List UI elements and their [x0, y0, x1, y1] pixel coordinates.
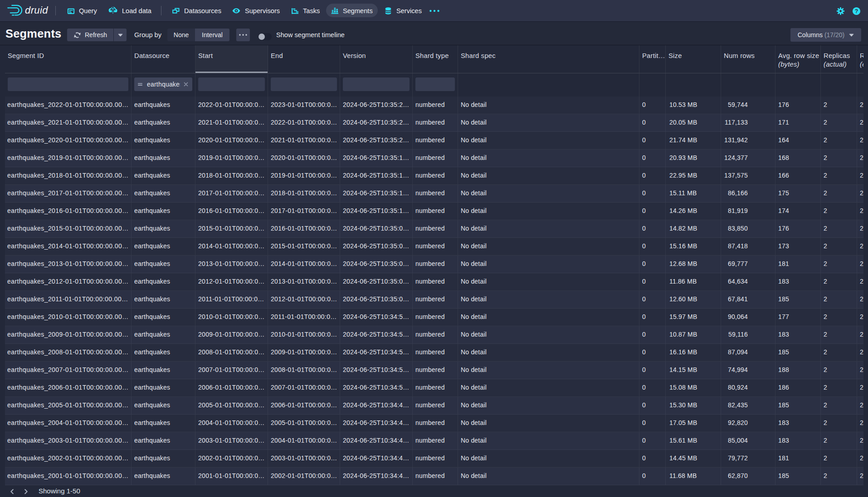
svg-text:?: ? — [855, 8, 858, 14]
